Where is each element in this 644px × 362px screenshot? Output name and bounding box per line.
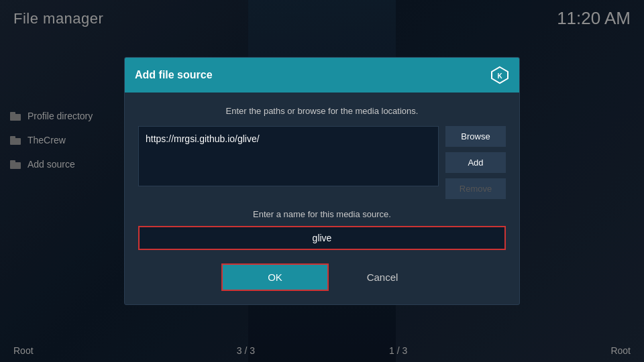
- dialog-header: Add file source K: [125, 58, 519, 93]
- name-input[interactable]: [138, 226, 506, 250]
- path-text: https://mrgsi.github.io/glive/: [146, 133, 260, 144]
- dialog-title: Add file source: [135, 69, 213, 81]
- svg-text:K: K: [497, 72, 502, 80]
- dialog-body: Enter the paths or browse for the media …: [125, 93, 519, 304]
- ok-button[interactable]: OK: [221, 263, 329, 291]
- remove-button[interactable]: Remove: [445, 178, 506, 199]
- add-file-source-dialog: Add file source K Enter the paths or bro…: [124, 57, 520, 305]
- name-input-wrapper: [138, 226, 506, 250]
- add-button[interactable]: Add: [445, 152, 506, 173]
- path-buttons: Browse Add Remove: [445, 126, 506, 199]
- dialog-subtitle: Enter the paths or browse for the media …: [138, 106, 506, 116]
- path-input-area[interactable]: https://mrgsi.github.io/glive/: [138, 126, 439, 186]
- browse-button[interactable]: Browse: [445, 126, 506, 147]
- name-label: Enter a name for this media source.: [138, 209, 506, 219]
- kodi-logo: K: [490, 66, 509, 84]
- path-row: https://mrgsi.github.io/glive/ Browse Ad…: [138, 126, 506, 199]
- cancel-button[interactable]: Cancel: [342, 263, 423, 291]
- modal-overlay: Add file source K Enter the paths or bro…: [0, 0, 644, 362]
- dialog-buttons: OK Cancel: [138, 263, 506, 291]
